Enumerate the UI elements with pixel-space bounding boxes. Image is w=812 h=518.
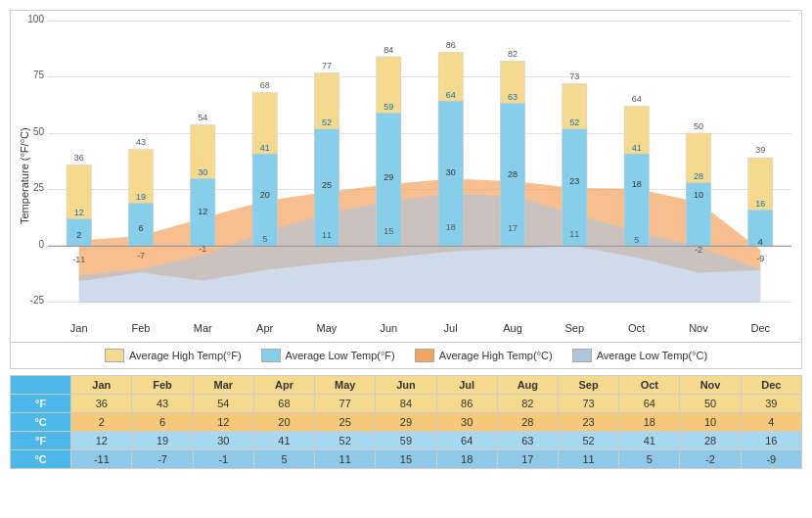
x-label-mar: Mar xyxy=(172,322,234,334)
x-label-may: May xyxy=(295,322,357,334)
cell-sep-lowC: 11 xyxy=(558,450,618,469)
cell-may-highF: 77 xyxy=(315,395,376,413)
cell-jul-lowF: 64 xyxy=(436,432,497,450)
cell-jul-highC: 30 xyxy=(436,413,497,432)
legend-color-lowF xyxy=(261,349,281,362)
label-feb-highC: 6 xyxy=(138,223,143,233)
x-axis-labels: Jan Feb Mar Apr May Jun Jul Aug Sep Oct … xyxy=(48,322,791,334)
cell-jul-lowC: 18 xyxy=(436,450,497,469)
cell-oct-lowF: 41 xyxy=(619,432,680,450)
legend-color-highF xyxy=(105,349,124,362)
table-header-jan: Jan xyxy=(71,376,132,395)
label-apr-highF: 68 xyxy=(260,80,270,90)
label-nov-lowF: 28 xyxy=(694,171,703,181)
label-nov-highC: 10 xyxy=(694,190,703,200)
label-jan-highC: 2 xyxy=(76,230,81,240)
cell-feb-lowC: -7 xyxy=(132,450,193,469)
label-sep-lowC: 11 xyxy=(569,229,579,239)
table-header-jun: Jun xyxy=(376,376,436,395)
label-feb-lowC: -7 xyxy=(137,251,145,260)
label-sep-highC: 23 xyxy=(569,176,579,186)
table-header-sep: Sep xyxy=(558,376,618,395)
x-label-nov: Nov xyxy=(667,322,729,334)
label-aug-lowC: 17 xyxy=(508,223,518,233)
cell-apr-lowC: 5 xyxy=(253,450,314,469)
label-nov-highF: 50 xyxy=(694,121,703,131)
table-row-label-highF: °F xyxy=(11,395,71,413)
y-axis-label: Temperature (°F/°C) xyxy=(11,11,38,342)
chart-legend: Average High Temp(°F) Average Low Temp(°… xyxy=(10,343,802,369)
label-oct-highF: 64 xyxy=(632,94,642,104)
table-header-oct: Oct xyxy=(619,376,680,395)
cell-oct-highF: 64 xyxy=(619,395,680,413)
cell-apr-highF: 68 xyxy=(253,395,314,413)
cell-feb-highC: 6 xyxy=(132,413,193,432)
label-jun-lowC: 15 xyxy=(383,225,393,235)
cell-mar-lowF: 30 xyxy=(193,432,253,450)
chart-svg: 36 43 54 68 77 84 86 82 73 64 50 39 2 6 … xyxy=(48,21,791,303)
cell-nov-lowC: -2 xyxy=(680,450,741,469)
table-header-empty xyxy=(11,376,71,395)
label-jul-lowC: 18 xyxy=(446,222,456,232)
label-dec-lowF: 16 xyxy=(755,199,765,209)
legend-item-lowF: Average Low Temp(°F) xyxy=(261,349,395,362)
data-table: Jan Feb Mar Apr May Jun Jul Aug Sep Oct … xyxy=(10,375,802,469)
legend-label-lowC: Average Low Temp(°C) xyxy=(597,350,707,361)
table-header-may: May xyxy=(315,376,376,395)
chart-area: Temperature (°F/°C) 100 75 50 25 0 -25 xyxy=(10,10,802,343)
table-header-aug: Aug xyxy=(497,376,558,395)
table-row-highF: °F 36 43 54 68 77 84 86 82 73 64 50 39 xyxy=(11,395,802,413)
cell-aug-highC: 28 xyxy=(497,413,558,432)
cell-feb-highF: 43 xyxy=(132,395,193,413)
x-label-apr: Apr xyxy=(234,322,295,334)
x-label-feb: Feb xyxy=(110,322,171,334)
cell-jan-lowF: 12 xyxy=(71,432,132,450)
table-header-jul: Jul xyxy=(436,376,497,395)
cell-aug-lowC: 17 xyxy=(497,450,558,469)
cell-jan-lowC: -11 xyxy=(71,450,132,469)
x-label-aug: Aug xyxy=(481,322,543,334)
label-may-lowC: 11 xyxy=(322,230,332,240)
label-aug-highF: 82 xyxy=(508,49,518,59)
table-header-nov: Nov xyxy=(680,376,741,395)
label-apr-lowC: 5 xyxy=(262,234,267,244)
cell-jan-highF: 36 xyxy=(71,395,132,413)
label-dec-highF: 39 xyxy=(755,145,765,155)
cell-may-lowC: 11 xyxy=(315,450,376,469)
label-feb-lowF: 19 xyxy=(136,192,146,202)
x-label-oct: Oct xyxy=(606,322,667,334)
cell-nov-lowF: 28 xyxy=(680,432,741,450)
cell-aug-lowF: 63 xyxy=(497,432,558,450)
label-aug-highC: 28 xyxy=(508,169,518,179)
cell-dec-highC: 4 xyxy=(741,413,801,432)
label-mar-lowF: 30 xyxy=(198,167,207,177)
label-oct-lowC: 5 xyxy=(634,235,639,245)
legend-item-lowC: Average Low Temp(°C) xyxy=(572,349,707,362)
cell-jul-highF: 86 xyxy=(436,395,497,413)
label-apr-highC: 20 xyxy=(260,190,270,200)
label-feb-highF: 43 xyxy=(136,137,146,147)
label-jul-highF: 86 xyxy=(446,39,456,49)
cell-apr-highC: 20 xyxy=(253,413,314,432)
cell-may-highC: 25 xyxy=(315,413,376,432)
label-oct-highC: 18 xyxy=(632,178,642,188)
table-row-label-highC: °C xyxy=(11,413,71,432)
label-jan-lowC: -11 xyxy=(72,255,85,264)
cell-jan-highC: 2 xyxy=(71,413,132,432)
cell-dec-lowF: 16 xyxy=(741,432,801,450)
cell-apr-lowF: 41 xyxy=(253,432,314,450)
label-sep-highF: 73 xyxy=(569,71,579,80)
table-row-label-lowF: °F xyxy=(11,432,71,450)
label-jul-lowF: 64 xyxy=(446,90,456,100)
label-jun-lowF: 59 xyxy=(383,101,393,111)
legend-item-highC: Average High Temp(°C) xyxy=(415,349,553,362)
cell-dec-lowC: -9 xyxy=(741,450,801,469)
cell-sep-highF: 73 xyxy=(558,395,618,413)
label-sep-lowF: 52 xyxy=(569,117,579,126)
cell-mar-highC: 12 xyxy=(193,413,253,432)
label-aug-lowF: 63 xyxy=(508,92,518,102)
cell-sep-highC: 23 xyxy=(558,413,618,432)
cell-oct-lowC: 5 xyxy=(619,450,680,469)
cell-sep-lowF: 52 xyxy=(558,432,618,450)
cell-nov-highC: 10 xyxy=(680,413,741,432)
